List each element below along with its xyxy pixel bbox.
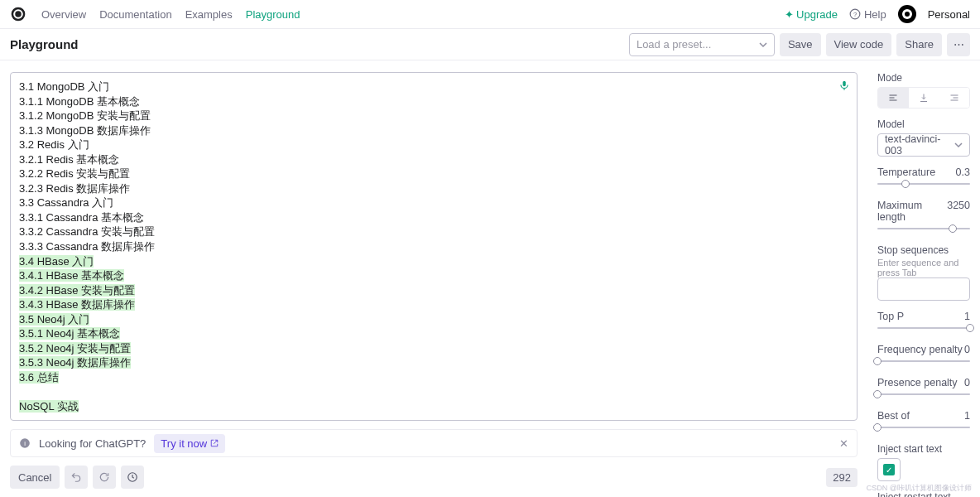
- openai-logo-icon: [10, 6, 26, 22]
- save-button[interactable]: Save: [780, 33, 821, 56]
- bestof-slider[interactable]: [877, 422, 970, 433]
- topp-slider[interactable]: [877, 322, 970, 334]
- editor-line: 3.5.2 Neo4j 安装与配置: [19, 342, 131, 355]
- temperature-value: 0.3: [956, 166, 970, 178]
- editor-line: 3.2.3 Redis 数据库操作: [19, 181, 848, 196]
- try-it-button[interactable]: Try it now: [154, 434, 225, 453]
- more-button[interactable]: ⋯: [947, 33, 970, 56]
- editor-line: 3.3.2 Cassandra 安装与配置: [19, 224, 848, 239]
- align-right-icon: [949, 93, 959, 103]
- stop-input[interactable]: [877, 277, 970, 301]
- token-counter: 292: [826, 468, 858, 487]
- undo-button[interactable]: [65, 466, 88, 489]
- model-label: Model: [877, 118, 970, 130]
- topp-label: Top P: [877, 311, 904, 322]
- prompt-editor[interactable]: 3.1 MongoDB 入门3.1.1 MongoDB 基本概念3.1.2 Mo…: [10, 72, 858, 421]
- nav-documentation[interactable]: Documentation: [99, 8, 171, 21]
- editor-section-title: NoSQL 实战: [19, 400, 79, 413]
- preset-placeholder: Load a preset...: [637, 38, 711, 51]
- main: 3.1 MongoDB 入门3.1.1 MongoDB 基本概念3.1.2 Mo…: [0, 60, 980, 497]
- editor-line: 3.3.1 Cassandra 基本概念: [19, 210, 848, 225]
- banner-text: Looking for ChatGPT?: [39, 437, 146, 450]
- pres-label: Presence penalty: [877, 377, 958, 388]
- try-it-label: Try it now: [161, 437, 207, 450]
- bestof-label: Best of: [877, 410, 910, 422]
- view-code-button[interactable]: View code: [826, 33, 892, 56]
- mode-toggle: [877, 87, 970, 109]
- share-button[interactable]: Share: [896, 33, 942, 56]
- bottom-bar: Cancel 292: [10, 466, 858, 489]
- pres-slider[interactable]: [877, 388, 970, 400]
- settings-sidebar: Mode Model text-davinci-003 Temperature0…: [867, 60, 980, 497]
- freq-value: 0: [964, 344, 970, 355]
- editor-line: 3.2.1 Redis 基本概念: [19, 152, 848, 167]
- nav-overview[interactable]: Overview: [41, 8, 86, 21]
- nav-examples[interactable]: Examples: [185, 8, 233, 21]
- svg-rect-2: [843, 81, 846, 86]
- mode-complete-button[interactable]: [878, 88, 909, 108]
- editor-line: 3.5.3 Neo4j 数据库操作: [19, 356, 131, 369]
- bestof-value: 1: [964, 410, 970, 422]
- editor-line: 3.5.1 Neo4j 基本概念: [19, 327, 120, 340]
- regenerate-button[interactable]: [93, 466, 116, 489]
- editor-line: 3.4.1 HBase 基本概念: [19, 269, 124, 282]
- upgrade-label: Upgrade: [796, 8, 838, 21]
- ellipsis-icon: ⋯: [954, 38, 964, 51]
- avatar[interactable]: [898, 5, 916, 23]
- maxlen-value: 3250: [947, 200, 970, 223]
- external-link-icon: [210, 439, 219, 447]
- help-icon: ?: [849, 8, 861, 20]
- info-icon: i: [19, 437, 31, 449]
- subheader-actions: Load a preset... Save View code Share ⋯: [629, 33, 970, 56]
- chevron-down-icon: [759, 41, 767, 49]
- editor-line: 3.3 Cassandra 入门: [19, 195, 848, 210]
- preset-select[interactable]: Load a preset...: [629, 33, 775, 56]
- editor-line: 3.5 Neo4j 入门: [19, 313, 89, 326]
- undo-icon: [70, 471, 82, 483]
- inject-start-label: Inject start text: [877, 443, 970, 455]
- mode-insert-button[interactable]: [909, 88, 939, 108]
- nav-playground[interactable]: Playground: [246, 8, 300, 21]
- svg-text:?: ?: [853, 11, 857, 18]
- freq-slider[interactable]: [877, 355, 970, 367]
- topp-value: 1: [964, 311, 970, 322]
- top-nav-right: ✦ Upgrade ? Help Personal: [785, 5, 970, 23]
- nav-links: Overview Documentation Examples Playgrou…: [41, 8, 300, 21]
- page-title: Playground: [10, 37, 79, 51]
- align-left-icon: [888, 93, 898, 103]
- editor-line: 3.6 总结: [19, 371, 59, 384]
- temperature-label: Temperature: [877, 166, 935, 178]
- editor-line: 3.4.3 HBase 数据库操作: [19, 298, 135, 311]
- help-link[interactable]: ? Help: [849, 8, 886, 21]
- watermark: CSDN @咔叽计算机图像设计师: [867, 483, 972, 494]
- maxlen-slider[interactable]: [877, 223, 970, 234]
- cancel-button[interactable]: Cancel: [10, 466, 60, 489]
- editor-line: 3.4.2 HBase 安装与配置: [19, 284, 135, 297]
- bolt-icon: ✦: [785, 8, 794, 21]
- download-icon: [919, 93, 929, 103]
- inject-start-checkbox[interactable]: ✓: [877, 458, 901, 481]
- model-select[interactable]: text-davinci-003: [877, 133, 970, 157]
- top-nav: Overview Documentation Examples Playgrou…: [0, 0, 980, 29]
- temperature-slider[interactable]: [877, 178, 970, 190]
- mode-label: Mode: [877, 72, 970, 84]
- bottom-bar-left: Cancel: [10, 466, 144, 489]
- microphone-icon[interactable]: [838, 80, 850, 91]
- freq-label: Frequency penalty: [877, 344, 963, 355]
- editor-column: 3.1 MongoDB 入门3.1.1 MongoDB 基本概念3.1.2 Mo…: [0, 60, 867, 497]
- editor-line: 3.1.3 MongoDB 数据库操作: [19, 123, 848, 138]
- editor-line: 3.1.2 MongoDB 安装与配置: [19, 109, 848, 123]
- chevron-down-icon: [954, 141, 963, 149]
- account-label[interactable]: Personal: [928, 8, 970, 21]
- subheader: Playground Load a preset... Save View co…: [0, 29, 980, 60]
- editor-line: 3.1.1 MongoDB 基本概念: [19, 94, 848, 109]
- check-icon: ✓: [883, 464, 895, 475]
- history-button[interactable]: [121, 466, 144, 489]
- close-icon[interactable]: ✕: [839, 437, 848, 450]
- upgrade-link[interactable]: ✦ Upgrade: [785, 8, 838, 21]
- editor-line: 3.1 MongoDB 入门: [19, 80, 848, 94]
- mode-edit-button[interactable]: [939, 88, 969, 108]
- chatgpt-banner: i Looking for ChatGPT? Try it now ✕: [10, 429, 858, 457]
- editor-line: 3.2 Redis 入门: [19, 138, 848, 152]
- editor-line: 3.4 HBase 入门: [19, 255, 94, 268]
